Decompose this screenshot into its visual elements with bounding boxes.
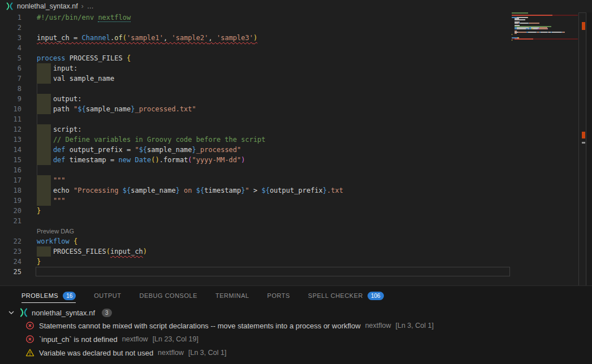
code-line[interactable]: 9output:	[0, 94, 592, 104]
code-line[interactable]: 2	[0, 23, 592, 33]
line-number[interactable]: 5	[0, 53, 21, 63]
tab-problems[interactable]: PROBLEMS16	[21, 286, 76, 305]
indent-highlight	[37, 104, 51, 114]
line-number[interactable]: 20	[0, 206, 21, 216]
overview-ruler-marker	[582, 132, 585, 138]
indent-guide	[37, 165, 37, 175]
problem-location: [Ln 3, Col 1]	[188, 349, 226, 357]
indent-highlight	[37, 135, 51, 145]
line-number[interactable]: 22	[0, 236, 21, 246]
minimap[interactable]	[512, 12, 578, 42]
problem-row[interactable]: Statements cannot be mixed with script d…	[0, 319, 592, 332]
code-line[interactable]: 5process PROCESS_FILES {	[0, 53, 592, 63]
line-number[interactable]: 13	[0, 135, 21, 145]
code-line[interactable]: 17"""	[0, 175, 592, 185]
code-line[interactable]: 18echo "Processing ${sample_name} on ${t…	[0, 185, 592, 196]
code-line[interactable]: 13// Define variables in Groovy code bef…	[0, 135, 592, 145]
code-line[interactable]: 21	[0, 216, 592, 226]
code-line[interactable]: 7val sample_name	[0, 73, 592, 84]
indent-highlight	[37, 145, 51, 155]
tab-label: PROBLEMS	[21, 292, 58, 299]
indent-highlight	[37, 73, 51, 84]
indent-highlight	[37, 63, 51, 73]
line-number[interactable]: 16	[0, 165, 21, 175]
code-line[interactable]: 11	[0, 114, 592, 124]
current-line-highlight	[36, 267, 510, 276]
code-line[interactable]: 25	[0, 267, 592, 277]
bottom-panel: PROBLEMS16OUTPUTDEBUG CONSOLETERMINALPOR…	[0, 285, 592, 364]
line-number[interactable]: 23	[0, 246, 21, 257]
line-number[interactable]: 15	[0, 155, 21, 165]
code-line[interactable]: 24}	[0, 257, 592, 267]
line-number[interactable]: 2	[0, 23, 21, 33]
line-number[interactable]: 25	[0, 267, 21, 277]
line-number[interactable]: 19	[0, 196, 21, 206]
breadcrumb-ellipsis[interactable]: …	[87, 2, 94, 10]
code-text: // Define variables in Groovy code befor…	[37, 135, 266, 145]
indent-highlight	[37, 185, 51, 196]
code-line[interactable]: 14def output_prefix = "${sample_name}_pr…	[0, 145, 592, 155]
code-line[interactable]: 10path "${sample_name}_processed.txt"	[0, 104, 592, 114]
code-line[interactable]: 20}	[0, 206, 592, 216]
error-icon	[25, 335, 34, 344]
code-line[interactable]: 1#!/usr/bin/env nextflow	[0, 12, 592, 23]
indent-highlight	[37, 175, 51, 185]
code-line[interactable]: 15def timestamp = new Date().format("yyy…	[0, 155, 592, 165]
code-area[interactable]: 1#!/usr/bin/env nextflow23input_ch = Cha…	[0, 12, 592, 277]
panel-tab-bar: PROBLEMS16OUTPUTDEBUG CONSOLETERMINALPOR…	[0, 286, 592, 305]
code-line[interactable]: 19"""	[0, 196, 592, 206]
indent-highlight	[37, 94, 51, 104]
problems-file-row[interactable]: nonlethal_syntax.nf 3	[0, 306, 592, 319]
code-line[interactable]: 12script:	[0, 124, 592, 135]
indent-highlight	[37, 196, 51, 206]
problem-row[interactable]: Variable was declared but not usednextfl…	[0, 346, 592, 359]
tab-terminal[interactable]: TERMINAL	[215, 286, 249, 305]
line-number[interactable]: 11	[0, 114, 21, 124]
code-text: workflow {	[37, 236, 77, 246]
indent-guide	[37, 114, 37, 124]
code-text: }	[37, 206, 41, 216]
problems-file-name: nonlethal_syntax.nf	[32, 309, 95, 317]
line-number[interactable]: 8	[0, 84, 21, 94]
code-line[interactable]: 16	[0, 165, 592, 175]
code-line[interactable]: 23PROCESS_FILES(input_ch)	[0, 246, 592, 257]
line-number[interactable]: 6	[0, 63, 21, 73]
line-number[interactable]: 24	[0, 257, 21, 267]
indent-highlight	[37, 155, 51, 165]
code-line[interactable]: 22workflow {	[0, 236, 592, 246]
line-number[interactable]: 3	[0, 33, 21, 43]
breadcrumb: nonlethal_syntax.nf › …	[0, 0, 592, 12]
tab-spell-checker[interactable]: SPELL CHECKER106	[308, 286, 384, 305]
code-line[interactable]: 8	[0, 84, 592, 94]
code-line[interactable]: 4	[0, 43, 592, 53]
line-number[interactable]: 21	[0, 216, 21, 226]
tab-label: OUTPUT	[94, 292, 121, 299]
tab-output[interactable]: OUTPUT	[94, 286, 121, 305]
line-number[interactable]: 14	[0, 145, 21, 155]
line-number[interactable]: 17	[0, 175, 21, 185]
tab-label: DEBUG CONSOLE	[140, 292, 197, 299]
indent-highlight	[37, 246, 51, 257]
tab-ports[interactable]: PORTS	[267, 286, 290, 305]
code-text: #!/usr/bin/env nextflow	[37, 12, 131, 23]
breadcrumb-file[interactable]: nonlethal_syntax.nf	[17, 2, 78, 10]
line-number[interactable]: 4	[0, 43, 21, 53]
chevron-down-icon[interactable]	[7, 308, 16, 317]
code-text: process PROCESS_FILES {	[37, 53, 131, 63]
problems-count-badge: 3	[102, 309, 112, 317]
line-number[interactable]: 1	[0, 12, 21, 23]
code-text: def output_prefix = "${sample_name}_proc…	[37, 145, 241, 155]
line-number[interactable]: 9	[0, 94, 21, 104]
code-line[interactable]: 3input_ch = Channel.of('sample1', 'sampl…	[0, 33, 592, 43]
code-line[interactable]: 6input:	[0, 63, 592, 73]
problem-source: nextflow	[122, 335, 148, 343]
overview-ruler-scrollbar[interactable]	[578, 12, 586, 285]
codelens-preview-dag[interactable]: Preview DAG	[37, 228, 74, 235]
tab-badge: 16	[63, 292, 76, 300]
line-number[interactable]: 10	[0, 104, 21, 114]
problem-row[interactable]: `input_ch` is not definednextflow[Ln 23,…	[0, 332, 592, 346]
line-number[interactable]: 12	[0, 124, 21, 135]
line-number[interactable]: 7	[0, 73, 21, 84]
tab-debug-console[interactable]: DEBUG CONSOLE	[140, 286, 197, 305]
line-number[interactable]: 18	[0, 185, 21, 196]
